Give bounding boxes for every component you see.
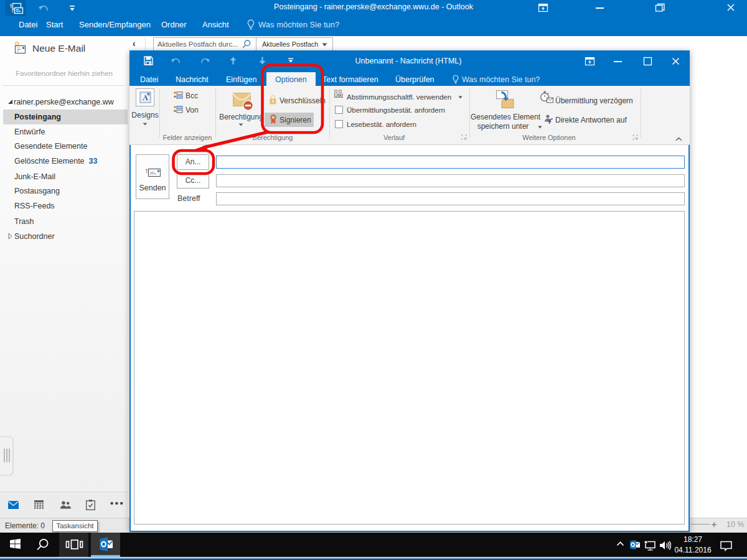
svg-text:A: A xyxy=(143,94,148,101)
